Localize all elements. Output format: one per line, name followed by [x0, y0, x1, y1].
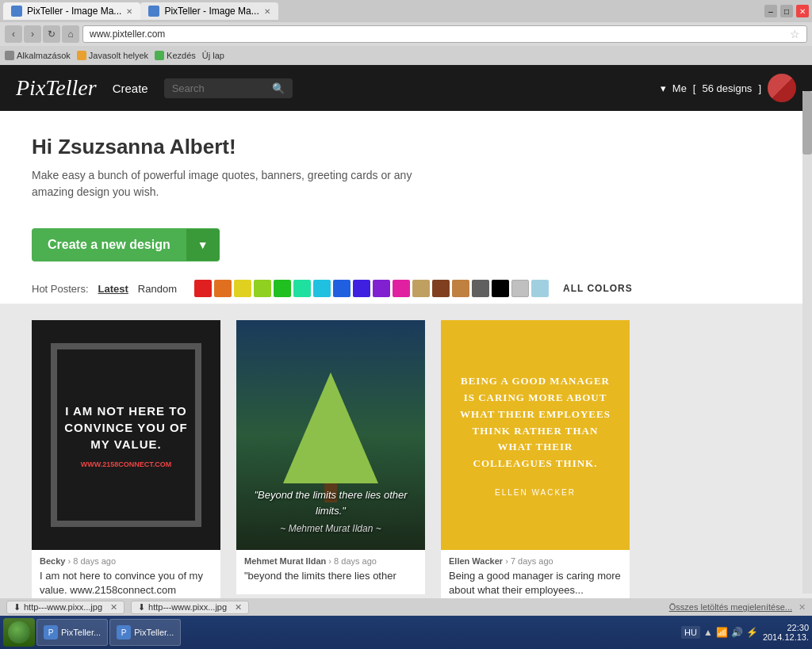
color-violet[interactable]	[373, 280, 390, 297]
color-brown[interactable]	[432, 280, 450, 297]
filter-latest[interactable]: Latest	[98, 283, 128, 295]
back-button[interactable]: ‹	[5, 25, 22, 43]
post-card-2: "Beyond the limits there lies other limi…	[236, 320, 425, 594]
minimize-button[interactable]: –	[764, 5, 777, 17]
post-3-author-text: ELLEN WACKER	[495, 488, 576, 497]
post-2-time: 8 days ago	[334, 556, 377, 566]
download-close-2[interactable]: ✕	[235, 602, 242, 613]
system-tray: HU ▲ 📶 🔊 ⚡	[681, 626, 758, 639]
bookmark-apps[interactable]: Alkalmazások	[5, 51, 71, 60]
site-nav: PixTeller Create 🔍 ▾ Me [ 56 designs ]	[0, 65, 812, 111]
color-black[interactable]	[492, 280, 509, 297]
download-icon-1: ⬇	[13, 602, 21, 613]
bookmark-star-icon[interactable]: ☆	[790, 28, 800, 40]
clock-time: 22:30	[763, 623, 809, 632]
home-button[interactable]: ⌂	[62, 25, 79, 43]
taskbar-clock: 22:30 2014.12.13.	[763, 623, 809, 642]
scrollbar-thumb[interactable]	[802, 91, 812, 155]
color-blue[interactable]	[333, 280, 350, 297]
download-icon-2: ⬇	[138, 602, 145, 613]
post-3-title: Being a good manager is caring more abou…	[449, 569, 622, 597]
tray-network-icon: 📶	[716, 627, 728, 638]
refresh-button[interactable]: ↻	[43, 25, 60, 43]
post-card-1: I AM NOT HERE TO CONVINCE YOU OF MY VALU…	[32, 320, 220, 620]
post-2-author-line: Mehmet Murat Ildan › 8 days ago	[244, 556, 417, 566]
create-design-button[interactable]: Create a new design ▼	[32, 228, 220, 262]
download-label-2: http---www.pixx...jpg	[148, 602, 227, 612]
nav-create-button[interactable]: Create	[113, 82, 148, 95]
filter-random[interactable]: Random	[138, 283, 177, 295]
post-3-separator: ›	[505, 556, 511, 566]
address-bar[interactable]: www.pixteller.com ☆	[82, 25, 807, 43]
user-label: ▾	[661, 82, 666, 94]
post-1-time: 8 days ago	[73, 556, 116, 566]
tab-2[interactable]: PixTeller - Image Ma... ✕	[140, 2, 278, 20]
color-cyan[interactable]	[313, 280, 331, 297]
color-pink[interactable]	[393, 280, 410, 297]
bookmark-newtab[interactable]: Új lap	[202, 51, 224, 60]
post-2-tree	[283, 372, 378, 502]
tab-2-label: PixTeller - Image Ma...	[164, 6, 259, 17]
user-avatar[interactable]	[768, 74, 796, 102]
scrollbar[interactable]	[802, 91, 812, 594]
post-2-title: "beyond the limits there lies other	[244, 569, 417, 583]
all-downloads-link[interactable]: Összes letöltés megjelenítése...	[669, 602, 792, 612]
color-teal[interactable]	[293, 280, 311, 297]
color-yellow-green[interactable]	[254, 280, 271, 297]
download-item-2[interactable]: ⬇ http---www.pixx...jpg ✕	[131, 601, 249, 614]
post-2-bg: "Beyond the limits there lies other limi…	[236, 320, 425, 550]
tab-1-label: PixTeller - Image Ma...	[27, 6, 121, 17]
color-gray[interactable]	[472, 280, 489, 297]
post-1-author: Becky	[40, 556, 65, 566]
taskbar-label-2: PixTeller...	[134, 628, 174, 637]
post-1-bg: I AM NOT HERE TO CONVINCE YOU OF MY VALU…	[32, 320, 220, 550]
post-1-url: WWW.2158CONNECT.COM	[81, 460, 172, 468]
color-light-brown[interactable]	[452, 280, 469, 297]
start-button[interactable]	[3, 618, 35, 647]
tab-2-close[interactable]: ✕	[264, 7, 270, 16]
bookmark-suggested[interactable]: Javasolt helyek	[77, 51, 148, 60]
color-indigo[interactable]	[353, 280, 370, 297]
post-1-author-line: Becky › 8 days ago	[40, 556, 213, 566]
status-bar-close[interactable]: ✕	[799, 602, 806, 613]
post-1-frame: I AM NOT HERE TO CONVINCE YOU OF MY VALU…	[51, 343, 201, 527]
color-green[interactable]	[274, 280, 291, 297]
taskbar-item-1[interactable]: P PixTeller...	[36, 619, 108, 646]
window-controls: – □ ✕	[764, 5, 809, 17]
user-name[interactable]: Me	[672, 82, 687, 94]
color-tan[interactable]	[412, 280, 430, 297]
close-button[interactable]: ✕	[796, 5, 809, 17]
color-yellow[interactable]	[234, 280, 251, 297]
site-logo[interactable]: PixTeller	[16, 75, 97, 101]
taskbar-label-1: PixTeller...	[61, 628, 101, 637]
hero-greeting: Hi Zsuzsanna Albert!	[32, 135, 780, 159]
search-box[interactable]: 🔍	[164, 78, 293, 98]
color-light-blue[interactable]	[531, 280, 549, 297]
bookmark-newtab-label: Új lap	[202, 51, 224, 60]
bookmark-start[interactable]: Kezdés	[155, 51, 196, 60]
post-3-time: 7 days ago	[511, 556, 553, 566]
create-design-dropdown-icon[interactable]: ▼	[186, 229, 220, 261]
color-red[interactable]	[194, 280, 212, 297]
bookmark-suggested-icon	[77, 51, 86, 60]
designs-count-close: ]	[758, 82, 761, 94]
taskbar-right: HU ▲ 📶 🔊 ⚡ 22:30 2014.12.13.	[681, 623, 809, 642]
tab-1-close[interactable]: ✕	[126, 7, 132, 16]
download-item-1[interactable]: ⬇ http---www.pixx...jpg ✕	[6, 601, 124, 614]
forward-button[interactable]: ›	[24, 25, 41, 43]
post-2-meta: Mehmet Murat Ildan › 8 days ago "beyond …	[236, 550, 425, 594]
taskbar-item-2[interactable]: P PixTeller...	[109, 619, 181, 646]
post-3-quote-text: BEING A GOOD MANAGER IS CARING MORE ABOU…	[457, 373, 614, 472]
post-3-bg: BEING A GOOD MANAGER IS CARING MORE ABOU…	[441, 320, 630, 550]
bookmark-apps-label: Alkalmazások	[17, 51, 71, 60]
color-orange[interactable]	[214, 280, 232, 297]
start-orb-icon	[8, 621, 30, 643]
create-design-row: Create a new design ▼	[0, 216, 812, 273]
hot-posters-row: Hot Posters: Latest Random ALL COLORS	[0, 273, 812, 304]
search-input[interactable]	[172, 82, 267, 94]
all-colors-link[interactable]: ALL COLORS	[563, 283, 633, 294]
tab-1[interactable]: PixTeller - Image Ma... ✕	[3, 2, 140, 20]
download-close-1[interactable]: ✕	[110, 602, 117, 613]
maximize-button[interactable]: □	[780, 5, 793, 17]
color-silver[interactable]	[511, 280, 529, 297]
